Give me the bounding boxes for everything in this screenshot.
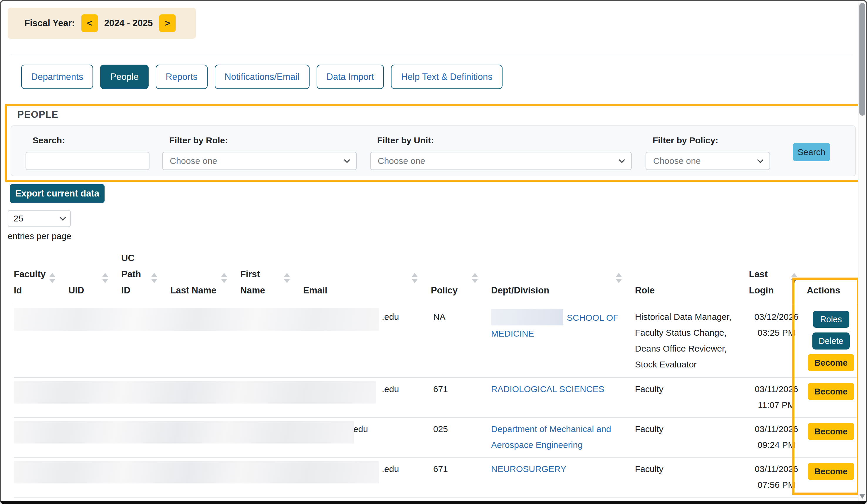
chevron-down-icon bbox=[757, 157, 763, 163]
search-input[interactable] bbox=[25, 152, 150, 170]
fiscal-year-value: 2024 - 2025 bbox=[104, 18, 153, 29]
search-button[interactable]: Search bbox=[793, 143, 830, 161]
fiscal-year-prev-button[interactable]: < bbox=[81, 14, 98, 32]
chevron-down-icon bbox=[619, 157, 625, 163]
dept-cell: RADIOLOGICAL SCIENCES bbox=[491, 381, 635, 413]
become-button[interactable]: Become bbox=[808, 463, 854, 480]
header-faculty-id[interactable]: Faculty Id bbox=[14, 250, 68, 304]
dept-link[interactable]: RADIOLOGICAL SCIENCES bbox=[491, 384, 604, 394]
fiscal-year-label: Fiscal Year: bbox=[24, 18, 75, 29]
export-current-data-button[interactable]: Export current data bbox=[10, 184, 105, 203]
redacted-personal-data bbox=[14, 461, 379, 483]
last-login-cell: 03/11/2026 11:07 PM bbox=[749, 381, 804, 413]
table-row: .edu 671 NEUROSURGERY Faculty 03/11/2026… bbox=[14, 458, 858, 497]
people-section-heading: PEOPLE bbox=[17, 109, 858, 120]
header-first-name[interactable]: First Name bbox=[240, 250, 303, 304]
sort-icon bbox=[49, 273, 55, 283]
filter-by-role-label: Filter by Role: bbox=[169, 136, 228, 146]
tab-people[interactable]: People bbox=[100, 65, 149, 89]
fiscal-year-next-button[interactable]: > bbox=[159, 14, 175, 32]
header-last-login[interactable]: Last Login bbox=[749, 250, 804, 304]
filter-by-policy-label: Filter by Policy: bbox=[653, 136, 718, 146]
tab-notifications-email[interactable]: Notifications/Email bbox=[215, 65, 310, 89]
actions-cell: Become bbox=[804, 421, 858, 453]
header-role: Role bbox=[635, 250, 749, 304]
table-row: .edu 671 RADIOLOGICAL SCIENCES Faculty 0… bbox=[14, 378, 858, 418]
header-policy[interactable]: Policy bbox=[431, 250, 491, 304]
last-login-cell: 03/11/2026 07:56 PM bbox=[749, 461, 804, 493]
redacted-personal-data bbox=[14, 308, 379, 331]
entries-per-page-label: entries per page bbox=[8, 231, 867, 241]
dept-link[interactable]: Department of Mechanical and Aerospace E… bbox=[491, 424, 611, 450]
sort-icon bbox=[284, 273, 290, 283]
role-cell: Faculty bbox=[635, 421, 749, 453]
dept-link[interactable]: NEUROSURGERY bbox=[491, 464, 566, 474]
dept-cell: SCHOOL OF MEDICINE bbox=[491, 309, 635, 373]
scrollbar-thumb[interactable] bbox=[859, 3, 865, 116]
sort-icon bbox=[472, 273, 478, 283]
header-actions: Actions bbox=[804, 250, 858, 304]
header-email[interactable]: Email bbox=[303, 250, 431, 304]
redacted-personal-data bbox=[14, 381, 376, 404]
redacted-dept-chip bbox=[491, 309, 563, 325]
sort-icon bbox=[221, 273, 227, 283]
page-size-value: 25 bbox=[13, 214, 23, 224]
chevron-down-icon bbox=[344, 157, 350, 163]
header-dept-division[interactable]: Dept/Division bbox=[491, 250, 635, 304]
search-label: Search: bbox=[33, 136, 65, 146]
roles-button[interactable]: Roles bbox=[813, 311, 849, 328]
scroll-down-arrow-icon[interactable] bbox=[859, 494, 865, 499]
main-tabs: Departments People Reports Notifications… bbox=[21, 65, 867, 89]
unit-filter-value: Choose one bbox=[378, 156, 425, 166]
sort-icon bbox=[411, 273, 418, 283]
become-button[interactable]: Become bbox=[808, 383, 854, 400]
become-button[interactable]: Become bbox=[808, 354, 854, 371]
dept-cell: Department of Mechanical and Aerospace E… bbox=[491, 421, 635, 453]
page-size-select[interactable]: 25 bbox=[8, 210, 71, 227]
role-filter-select[interactable]: Choose one bbox=[162, 152, 357, 170]
role-cell: Historical Data Manager, Faculty Status … bbox=[635, 309, 749, 373]
table-header-row: Faculty Id UID UC Path ID Last Name Firs… bbox=[14, 250, 858, 304]
role-cell: Faculty bbox=[635, 461, 749, 493]
header-last-name[interactable]: Last Name bbox=[170, 250, 240, 304]
sort-icon bbox=[616, 273, 622, 283]
table-row: edu 025 Department of Mechanical and Aer… bbox=[14, 418, 858, 458]
header-divider bbox=[10, 55, 852, 55]
policy-filter-value: Choose one bbox=[653, 156, 701, 166]
vertical-scrollbar[interactable] bbox=[858, 1, 866, 501]
tab-data-import[interactable]: Data Import bbox=[317, 65, 384, 89]
tab-departments[interactable]: Departments bbox=[21, 65, 93, 89]
people-section: PEOPLE Search: Filter by Role: Choose on… bbox=[5, 104, 860, 182]
policy-cell: NA bbox=[431, 309, 491, 373]
header-uid[interactable]: UID bbox=[68, 250, 121, 304]
delete-button[interactable]: Delete bbox=[812, 332, 850, 350]
policy-filter-select[interactable]: Choose one bbox=[645, 152, 770, 170]
sort-icon bbox=[102, 273, 108, 283]
unit-filter-select[interactable]: Choose one bbox=[370, 152, 632, 170]
chevron-down-icon bbox=[60, 214, 66, 220]
last-login-cell: 03/11/2026 09:24 PM bbox=[749, 421, 804, 453]
sort-desc-icon bbox=[791, 273, 798, 283]
tab-help-text-definitions[interactable]: Help Text & Definitions bbox=[391, 65, 502, 89]
role-filter-value: Choose one bbox=[170, 156, 217, 166]
become-button[interactable]: Become bbox=[808, 423, 854, 440]
filter-panel: Search: Filter by Role: Choose one Filte… bbox=[11, 126, 856, 176]
tab-reports[interactable]: Reports bbox=[156, 65, 208, 89]
policy-cell: 671 bbox=[431, 461, 491, 493]
actions-cell: Become bbox=[804, 461, 858, 493]
last-login-cell: 03/12/2026 03:25 PM bbox=[749, 309, 804, 373]
actions-cell: Roles Delete Become bbox=[804, 309, 858, 373]
role-cell: Faculty bbox=[635, 381, 749, 413]
fiscal-year-bar: Fiscal Year: < 2024 - 2025 > bbox=[8, 8, 196, 39]
people-table: Faculty Id UID UC Path ID Last Name Firs… bbox=[0, 250, 858, 497]
redacted-personal-data bbox=[14, 421, 354, 443]
table-row: .edu NA SCHOOL OF MEDICINE Historical Da… bbox=[14, 304, 858, 378]
policy-cell: 025 bbox=[431, 421, 491, 453]
header-uc-path-id[interactable]: UC Path ID bbox=[121, 250, 170, 304]
sort-icon bbox=[151, 273, 158, 283]
policy-cell: 671 bbox=[431, 381, 491, 413]
filter-by-unit-label: Filter by Unit: bbox=[377, 136, 434, 146]
actions-cell: Become bbox=[804, 381, 858, 413]
dept-cell: NEUROSURGERY bbox=[491, 461, 635, 493]
